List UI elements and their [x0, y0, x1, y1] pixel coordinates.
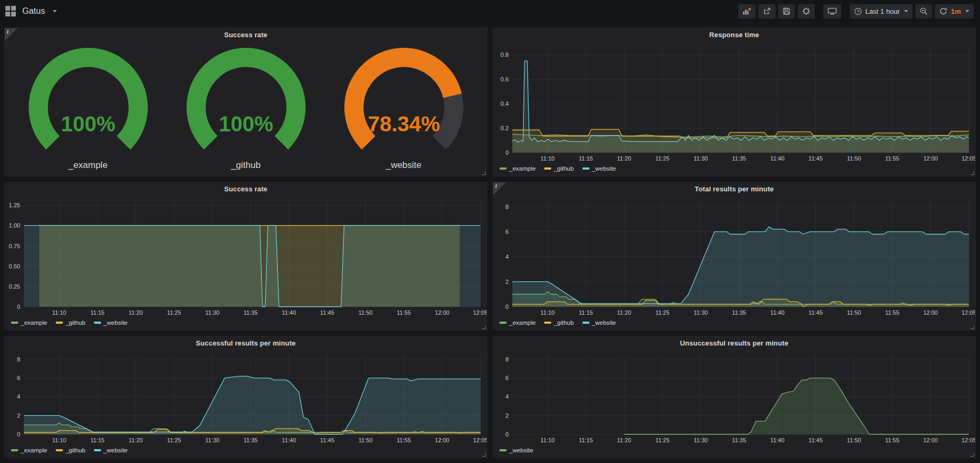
svg-text:11:45: 11:45 [320, 309, 334, 316]
dashboard-grid: i Success rate 100%_example100%_github78… [0, 22, 980, 463]
svg-text:11:15: 11:15 [90, 437, 105, 443]
svg-text:11:15: 11:15 [579, 437, 593, 443]
svg-text:11:30: 11:30 [205, 437, 219, 443]
svg-text:11:50: 11:50 [358, 309, 373, 316]
svg-text:8: 8 [505, 204, 509, 210]
legend-item-_website[interactable]: _website [582, 319, 616, 326]
svg-text:1.25: 1.25 [9, 202, 20, 208]
svg-text:11:55: 11:55 [885, 155, 900, 162]
dashboard-grid-icon[interactable] [5, 6, 16, 16]
navbar: Gatus [0, 0, 980, 22]
gauge-_example: 100%_example [14, 47, 163, 171]
chart-legend: _example_github_website [5, 317, 487, 330]
svg-text:2: 2 [17, 413, 20, 419]
legend-item-_example[interactable]: _example [500, 319, 536, 326]
zoom-out-button[interactable] [915, 4, 932, 19]
svg-text:11:15: 11:15 [90, 309, 105, 316]
save-icon [782, 7, 791, 15]
panel-resize-handle[interactable] [482, 325, 486, 329]
legend-item-_github[interactable]: _github [544, 165, 574, 172]
svg-text:12:00: 12:00 [923, 437, 938, 443]
legend-series-name: _website [509, 447, 533, 453]
svg-text:0.4: 0.4 [501, 100, 509, 107]
svg-text:11:45: 11:45 [808, 309, 823, 316]
panel-resize-handle[interactable] [970, 325, 974, 329]
legend-item-_github[interactable]: _github [56, 319, 86, 326]
svg-text:11:20: 11:20 [129, 309, 143, 316]
dashboard-title[interactable]: Gatus [22, 6, 45, 16]
share-button[interactable] [758, 4, 775, 19]
panel-resize-handle[interactable] [482, 171, 486, 175]
svg-text:11:20: 11:20 [129, 437, 143, 443]
unsuccessful-results-chart[interactable]: 0246811:1011:1511:2011:2511:3011:3511:40… [493, 350, 975, 445]
legend-item-_github[interactable]: _github [544, 319, 574, 326]
panel-info-corner[interactable]: i [493, 182, 506, 195]
gauge-value: 100% [61, 112, 115, 136]
panel-title[interactable]: Unsuccessful results per minute [493, 336, 975, 350]
svg-text:11:10: 11:10 [540, 309, 555, 316]
svg-text:11:25: 11:25 [655, 437, 670, 443]
svg-text:11:20: 11:20 [617, 437, 631, 443]
svg-text:11:40: 11:40 [282, 437, 296, 443]
panel-resize-handle[interactable] [970, 171, 974, 175]
svg-text:0: 0 [505, 431, 509, 437]
panel-title[interactable]: Response time [493, 28, 975, 42]
legend-series-name: _example [21, 447, 47, 453]
response-time-chart[interactable]: 00.20.40.60.811:1011:1511:2011:2511:3011… [493, 42, 975, 163]
legend-color-dash [500, 449, 506, 451]
successful-results-chart[interactable]: 0246811:1011:1511:2011:2511:3011:3511:40… [5, 350, 487, 445]
legend-color-dash [544, 322, 551, 324]
add-panel-button[interactable] [738, 4, 756, 19]
svg-text:12:00: 12:00 [435, 437, 450, 443]
svg-text:0.6: 0.6 [501, 76, 509, 82]
magnifier-minus-icon [919, 7, 928, 15]
svg-text:12:00: 12:00 [923, 155, 938, 162]
panel-success-rate-graph: Success rate 00.250.500.751.001.2511:101… [4, 182, 487, 331]
chart-legend: _example_github_website [5, 445, 487, 458]
time-range-button[interactable]: Last 1 hour [850, 4, 913, 19]
save-button[interactable] [778, 4, 795, 19]
panel-title[interactable]: Success rate [5, 182, 487, 196]
success-rate-chart[interactable]: 00.250.500.751.001.2511:1011:1511:2011:2… [5, 196, 487, 317]
legend-color-dash [582, 322, 589, 324]
svg-text:12:00: 12:00 [923, 309, 938, 316]
gauge-row: 100%_example100%_github78.34%_website [5, 42, 487, 176]
share-icon [763, 7, 771, 15]
legend-series-name: _github [554, 319, 574, 326]
legend-series-name: _website [104, 447, 128, 453]
legend-item-_website[interactable]: _website [500, 447, 533, 453]
bar-chart-plus-icon [742, 7, 751, 15]
svg-text:6: 6 [505, 229, 509, 235]
legend-item-_example[interactable]: _example [11, 447, 47, 453]
panel-title[interactable]: Total results per minute [493, 182, 975, 196]
svg-text:11:55: 11:55 [397, 437, 411, 443]
gauge-label: _example [69, 160, 108, 171]
panel-title[interactable]: Successful results per minute [5, 336, 487, 350]
legend-item-_website[interactable]: _website [94, 319, 128, 326]
legend-item-_website[interactable]: _website [94, 447, 128, 453]
panel-title[interactable]: Success rate [5, 28, 487, 42]
panel-resize-handle[interactable] [970, 453, 974, 457]
legend-series-name: _github [65, 319, 86, 326]
svg-text:6: 6 [505, 375, 509, 381]
total-results-chart[interactable]: 0246811:1011:1511:2011:2511:3011:3511:40… [493, 196, 975, 317]
svg-text:11:35: 11:35 [243, 309, 258, 316]
svg-text:11:55: 11:55 [885, 309, 900, 316]
legend-series-name: _example [509, 165, 536, 172]
legend-item-_example[interactable]: _example [11, 319, 47, 326]
panel-info-corner[interactable]: i [5, 28, 18, 41]
legend-item-_example[interactable]: _example [500, 165, 536, 172]
settings-button[interactable] [798, 4, 815, 19]
svg-text:0.75: 0.75 [9, 243, 20, 249]
chevron-down-icon[interactable] [53, 10, 57, 12]
svg-text:12:05: 12:05 [473, 437, 487, 443]
panel-resize-handle[interactable] [482, 453, 486, 457]
legend-item-_github[interactable]: _github [56, 447, 86, 453]
svg-text:11:20: 11:20 [617, 309, 631, 316]
svg-text:11:50: 11:50 [847, 155, 861, 162]
legend-item-_website[interactable]: _website [582, 165, 616, 172]
refresh-button[interactable]: 1m [935, 4, 974, 19]
tv-mode-button[interactable] [823, 4, 841, 19]
svg-text:0.50: 0.50 [9, 263, 20, 270]
svg-text:11:30: 11:30 [694, 155, 708, 162]
